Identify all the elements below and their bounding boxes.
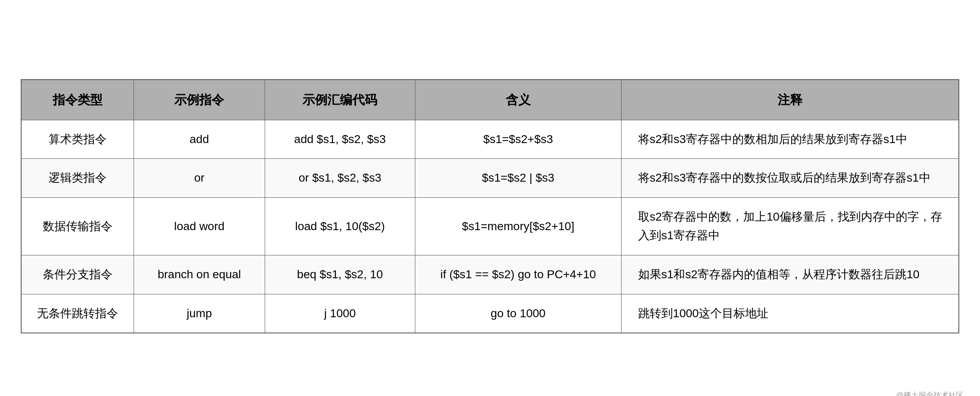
cell-meaning: $s1=$s2 | $s3 — [415, 159, 621, 198]
cell-type: 逻辑类指令 — [21, 159, 134, 198]
cell-example: add — [134, 120, 265, 159]
page-wrapper: 指令类型 示例指令 示例汇编代码 含义 注释 算术类指令addadd $s1, … — [8, 8, 972, 396]
cell-example: jump — [134, 294, 265, 333]
cell-example: or — [134, 159, 265, 198]
cell-example: branch on equal — [134, 255, 265, 294]
cell-type: 无条件跳转指令 — [21, 294, 134, 333]
watermark: @稀土掘金技术社区 — [896, 390, 963, 396]
table-row: 数据传输指令load wordload $s1, 10($s2)$s1=memo… — [21, 198, 959, 255]
cell-asm: load $s1, 10($s2) — [265, 198, 415, 255]
cell-note: 取s2寄存器中的数，加上10偏移量后，找到内存中的字，存入到s1寄存器中 — [621, 198, 959, 255]
cell-note: 将s2和s3寄存器中的数按位取或后的结果放到寄存器s1中 — [621, 159, 959, 198]
cell-meaning: go to 1000 — [415, 294, 621, 333]
header-type: 指令类型 — [21, 80, 134, 120]
cell-note: 跳转到1000这个目标地址 — [621, 294, 959, 333]
cell-type: 算术类指令 — [21, 120, 134, 159]
cell-asm: or $s1, $s2, $s3 — [265, 159, 415, 198]
cell-meaning: $s1=$s2+$s3 — [415, 120, 621, 159]
cell-asm: beq $s1, $s2, 10 — [265, 255, 415, 294]
cell-example: load word — [134, 198, 265, 255]
cell-asm: add $s1, $s2, $s3 — [265, 120, 415, 159]
header-asm: 示例汇编代码 — [265, 80, 415, 120]
cell-note: 如果s1和s2寄存器内的值相等，从程序计数器往后跳10 — [621, 255, 959, 294]
table-header-row: 指令类型 示例指令 示例汇编代码 含义 注释 — [21, 80, 959, 120]
table-row: 无条件跳转指令jumpj 1000go to 1000跳转到1000这个目标地址 — [21, 294, 959, 333]
cell-note: 将s2和s3寄存器中的数相加后的结果放到寄存器s1中 — [621, 120, 959, 159]
instruction-table: 指令类型 示例指令 示例汇编代码 含义 注释 算术类指令addadd $s1, … — [21, 79, 959, 334]
header-note: 注释 — [621, 80, 959, 120]
cell-type: 数据传输指令 — [21, 198, 134, 255]
cell-type: 条件分支指令 — [21, 255, 134, 294]
table-row: 逻辑类指令oror $s1, $s2, $s3$s1=$s2 | $s3将s2和… — [21, 159, 959, 198]
cell-asm: j 1000 — [265, 294, 415, 333]
table-row: 条件分支指令branch on equalbeq $s1, $s2, 10if … — [21, 255, 959, 294]
header-example: 示例指令 — [134, 80, 265, 120]
header-meaning: 含义 — [415, 80, 621, 120]
table-row: 算术类指令addadd $s1, $s2, $s3$s1=$s2+$s3将s2和… — [21, 120, 959, 159]
cell-meaning: $s1=memory[$s2+10] — [415, 198, 621, 255]
cell-meaning: if ($s1 == $s2) go to PC+4+10 — [415, 255, 621, 294]
